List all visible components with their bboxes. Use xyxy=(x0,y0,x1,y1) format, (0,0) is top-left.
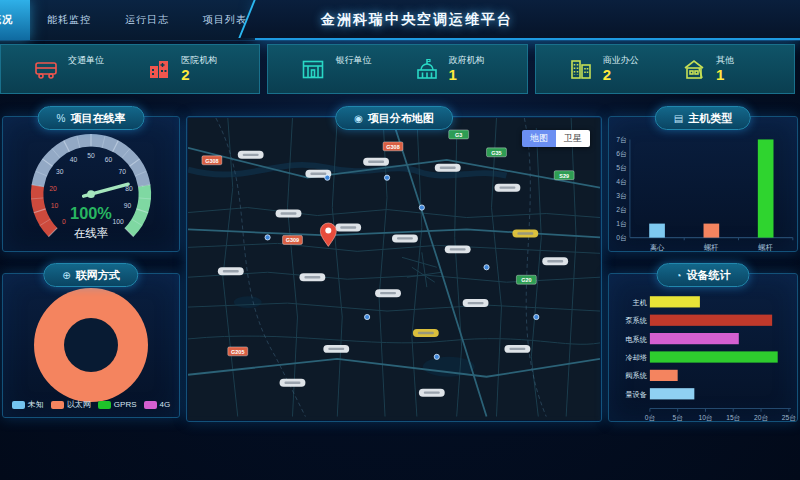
panel-online-rate: % 项目在线率 0102030405060708090100100%在线率 xyxy=(2,116,180,252)
stat-bank: 银行单位 xyxy=(300,55,381,82)
panel-device-stats-header: ◔ 设备统计 xyxy=(656,263,749,287)
chart-text: 3台 xyxy=(616,192,627,200)
chart-text: 螺杆 xyxy=(704,243,719,252)
top-bar: 概况能耗监控运行日志项目列表视频监控 金洲科瑞中央空调运维平台 xyxy=(0,0,800,41)
map-place-marker[interactable] xyxy=(276,210,302,218)
stat-card-office-other: 商业办公 2 其他 1 xyxy=(535,44,795,94)
map-place-marker[interactable] xyxy=(542,257,568,265)
stat-hospital: 医院机构 2 xyxy=(146,55,227,83)
stats-icon: ◔ xyxy=(675,270,681,281)
nav-tab-0[interactable]: 概况 xyxy=(0,0,30,40)
map-place-marker[interactable] xyxy=(463,299,489,307)
legend-item-3[interactable]: 4G xyxy=(144,399,171,410)
panel-device-stats: ◔ 设备统计 主机泵系统电系统冷却塔阀系统量设备0台5台10台15台20台25台 xyxy=(608,273,798,422)
map-place-marker[interactable] xyxy=(504,345,530,353)
stat-value: 2 xyxy=(603,66,649,83)
gauge-icon: % xyxy=(57,113,66,124)
map-project-dot[interactable] xyxy=(484,265,489,270)
stat-label: 医院机构 xyxy=(181,55,227,65)
device-stats-chart: 主机泵系统电系统冷却塔阀系统量设备0台5台10台15台20台25台 xyxy=(609,286,797,431)
chart-text: 90 xyxy=(124,202,132,209)
map-place-marker[interactable] xyxy=(335,223,361,231)
chart-text: 5台 xyxy=(616,164,627,172)
chart-text: 0台 xyxy=(616,234,627,242)
stat-value: 1 xyxy=(449,66,495,83)
stat-card-bank-government: 银行单位 政府机构 1 xyxy=(267,44,527,94)
panel-title: 设备统计 xyxy=(687,268,731,283)
map-project-dot[interactable] xyxy=(434,354,439,359)
map-place-marker[interactable] xyxy=(375,289,401,297)
legend-item-0[interactable]: 未知 xyxy=(12,399,44,410)
chart-text: 7台 xyxy=(616,136,627,144)
page-title: 金洲科瑞中央空调运维平台 xyxy=(321,0,513,38)
chart-text: G309 xyxy=(286,237,299,243)
bar-螺杆 xyxy=(704,224,720,238)
map-place-marker[interactable] xyxy=(512,229,538,237)
office-icon xyxy=(568,56,594,82)
map-project-dot[interactable] xyxy=(534,314,539,319)
map-place-marker[interactable] xyxy=(445,245,471,253)
stat-value xyxy=(335,66,381,83)
bar-螺杆 xyxy=(758,139,774,237)
chart-text: G3 xyxy=(455,132,462,138)
road-badge-G205: G205 xyxy=(228,347,248,356)
nav-tab-1[interactable]: 能耗监控 xyxy=(30,0,108,40)
chart-text: 100 xyxy=(113,218,124,225)
map-canvas[interactable]: G308G308G309G205G3G35G20S29 地图 卫星 xyxy=(188,118,600,420)
gauge-label: 在线率 xyxy=(74,227,109,239)
chart-text: 1台 xyxy=(616,220,627,228)
chart-text: G35 xyxy=(491,150,501,156)
bar-量设备 xyxy=(650,388,694,399)
chart-text: 电系统 xyxy=(625,335,646,344)
legend-item-2[interactable]: GPRS xyxy=(98,399,137,410)
map-project-dot[interactable] xyxy=(365,314,370,319)
satellite-mode-button[interactable]: 卫星 xyxy=(556,130,590,147)
hospital-icon xyxy=(146,56,172,82)
chart-text: G308 xyxy=(205,158,218,164)
chart-text: S29 xyxy=(559,173,569,179)
legend-label: 以太网 xyxy=(67,399,91,410)
stat-value: 1 xyxy=(716,66,762,83)
legend-label: GPRS xyxy=(114,400,137,409)
stat-label: 商业办公 xyxy=(603,55,649,65)
chart-text: 20 xyxy=(49,185,57,192)
map-place-marker[interactable] xyxy=(238,151,264,159)
bar-阀系统 xyxy=(650,370,678,381)
bar-主机 xyxy=(650,296,700,307)
road-badge-S29: S29 xyxy=(554,171,574,180)
legend-item-1[interactable]: 以太网 xyxy=(51,399,91,410)
panel-title: 主机类型 xyxy=(688,111,732,126)
chart-text: 0台 xyxy=(645,414,656,422)
map-project-dot[interactable] xyxy=(384,175,389,180)
map-project-dot[interactable] xyxy=(265,235,270,240)
map-svg: G308G308G309G205G3G35G20S29 xyxy=(188,118,600,417)
map-place-marker[interactable] xyxy=(392,234,418,242)
road-badge-G308: G308 xyxy=(383,142,403,151)
bar-离心 xyxy=(649,224,665,238)
map-place-marker[interactable] xyxy=(363,158,389,166)
map-place-marker[interactable] xyxy=(218,267,244,275)
chart-text: 10台 xyxy=(698,414,712,422)
chart-text: 泵系统 xyxy=(625,316,646,325)
nav-tab-2[interactable]: 运行日志 xyxy=(108,0,186,40)
map-project-dot[interactable] xyxy=(419,205,424,210)
map-place-marker[interactable] xyxy=(419,389,445,397)
bar-泵系统 xyxy=(650,315,772,326)
legend-label: 未知 xyxy=(28,399,44,410)
panel-project-map: ◉ 项目分布地图 xyxy=(186,116,602,422)
legend-swatch xyxy=(51,401,64,409)
map-place-marker[interactable] xyxy=(413,329,439,337)
map-place-marker[interactable] xyxy=(495,184,521,192)
map-mode-button[interactable]: 地图 xyxy=(522,130,556,147)
network-icon: ⊕ xyxy=(62,270,70,281)
map-project-dot[interactable] xyxy=(325,175,330,180)
map-place-marker[interactable] xyxy=(299,273,325,281)
chart-text: 0 xyxy=(62,218,66,225)
map-place-marker[interactable] xyxy=(323,345,349,353)
chart-text: 25台 xyxy=(782,414,796,422)
panel-network-header: ⊕ 联网方式 xyxy=(43,263,138,287)
map-place-marker[interactable] xyxy=(280,379,306,387)
chart-text: 2台 xyxy=(616,206,627,214)
chart-text: 5台 xyxy=(673,414,684,422)
map-place-marker[interactable] xyxy=(435,164,461,172)
